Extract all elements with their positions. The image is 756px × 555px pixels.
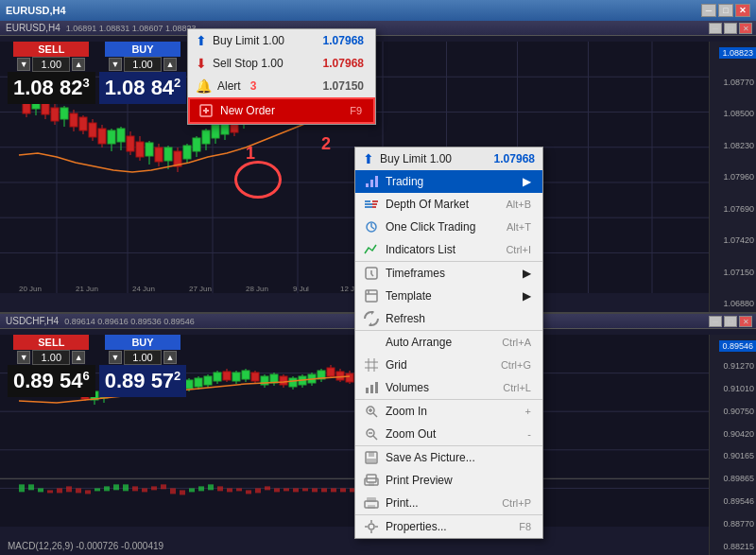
svg-rect-184	[142, 488, 147, 492]
print-icon	[363, 495, 380, 511]
annotation-circle	[234, 161, 282, 199]
up-arrow-icon: ⬆	[363, 151, 374, 166]
menu-save-as-picture[interactable]: Save As Picture...	[355, 445, 542, 469]
buy-button-top[interactable]: BUY	[105, 42, 180, 57]
bot-price-6: 0.90165	[712, 451, 754, 460]
bottom-price-scale: 0.91530 0.91270 0.91010 0.90750 0.90420 …	[709, 335, 756, 555]
svg-rect-181	[113, 484, 119, 490]
lot-up-buy-bot[interactable]: ▲	[163, 351, 177, 364]
bot-price-7: 0.89865	[712, 474, 754, 483]
lot-up-buy[interactable]: ▲	[163, 58, 177, 71]
volumes-icon	[363, 380, 380, 395]
properties-shortcut: F8	[500, 521, 531, 532]
depth-shortcut: Alt+B	[487, 199, 531, 210]
menu-one-click-trading[interactable]: One Click Trading Alt+T	[355, 216, 542, 238]
menu-grid[interactable]: Grid Ctrl+G	[355, 354, 542, 376]
print-preview-label: Print Preview	[386, 474, 453, 487]
minimize-button[interactable]: ─	[701, 4, 716, 17]
lot-input-buy-bot[interactable]	[124, 350, 162, 365]
bottom-panel-chrome: ─ □ ✕	[705, 314, 756, 329]
submenu-alert-label: Alert	[217, 79, 241, 93]
maximize-button[interactable]: □	[718, 4, 733, 17]
menu-auto-arrange[interactable]: Auto Arrange Ctrl+A	[355, 330, 542, 354]
bot-price-8: 0.89546	[712, 496, 754, 506]
svg-rect-176	[66, 486, 72, 492]
top-maximize-btn[interactable]: □	[724, 23, 737, 34]
svg-rect-41	[136, 142, 144, 157]
submenu-sell-stop[interactable]: ⬇ Sell Stop 1.00 1.07968	[188, 52, 375, 75]
svg-rect-247	[368, 505, 375, 509]
lot-input-buy[interactable]	[124, 57, 162, 72]
bot-price-3: 0.91010	[712, 384, 754, 393]
alert-number: 3	[250, 79, 257, 93]
sell-button-top[interactable]: SELL	[13, 42, 89, 57]
context-menu: ⬆ Buy Limit 1.00 1.07968 Trading ▶ Depth…	[354, 147, 543, 539]
svg-rect-210	[365, 200, 370, 202]
top-close-btn[interactable]: ✕	[739, 23, 752, 34]
bottom-maximize-btn[interactable]: □	[724, 316, 737, 327]
buy-block-top: BUY ▼ ▲ 1.08 842	[99, 42, 187, 104]
lot-input-sell-bot[interactable]	[32, 350, 70, 365]
menu-refresh[interactable]: Refresh	[355, 307, 542, 330]
svg-rect-188	[180, 490, 185, 494]
lot-row-buy: ▼ ▲	[109, 57, 177, 72]
menu-indicators-list[interactable]: Indicators List Ctrl+I	[355, 238, 542, 261]
menu-zoom-out[interactable]: Zoom Out -	[355, 423, 542, 445]
bot-price-2: 0.91270	[712, 361, 754, 371]
top-minimize-btn[interactable]: ─	[709, 23, 722, 34]
alert-icon: 🔔	[196, 78, 212, 94]
new-order-icon	[198, 103, 215, 118]
bottom-minimize-btn[interactable]: ─	[709, 316, 722, 327]
lot-up-sell-bot[interactable]: ▲	[72, 351, 85, 364]
lot-down-sell-bot[interactable]: ▼	[17, 351, 30, 364]
svg-rect-240	[369, 452, 374, 457]
new-order-shortcut: F9	[331, 105, 362, 116]
bottom-close-btn[interactable]: ✕	[739, 316, 752, 327]
buy-big-bot: 57	[151, 369, 174, 392]
menu-template[interactable]: Template ▶	[355, 285, 542, 307]
close-button[interactable]: ✕	[735, 4, 750, 17]
menu-properties[interactable]: Properties... F8	[355, 514, 542, 538]
lot-up-sell[interactable]: ▲	[72, 58, 85, 71]
svg-rect-165	[327, 368, 335, 376]
lot-input-sell[interactable]	[32, 57, 70, 72]
price-level-7: 1.07420	[712, 235, 754, 245]
svg-rect-45	[155, 147, 163, 162]
svg-rect-244	[369, 482, 374, 486]
svg-rect-213	[372, 203, 377, 205]
submenu-alert[interactable]: 🔔 Alert 3 1.07150	[188, 75, 375, 97]
svg-rect-178	[85, 490, 91, 494]
lot-down-sell[interactable]: ▼	[17, 58, 30, 71]
sell-button-bottom[interactable]: SELL	[13, 335, 89, 350]
svg-rect-197	[265, 486, 270, 490]
menu-depth-of-market[interactable]: Depth Of Market Alt+B	[355, 193, 542, 216]
zoom-in-icon	[363, 404, 380, 419]
menu-print[interactable]: Print... Ctrl+P	[355, 492, 542, 514]
svg-line-237	[373, 436, 377, 440]
menu-print-preview[interactable]: Print Preview	[355, 469, 542, 492]
svg-rect-177	[76, 488, 81, 493]
menu-volumes[interactable]: Volumes Ctrl+L	[355, 376, 542, 399]
svg-rect-21	[42, 103, 49, 114]
submenu-buy-limit[interactable]: ⬆ Buy Limit 1.00 1.07968	[188, 29, 375, 52]
svg-rect-25	[60, 108, 68, 119]
lot-row-sell-bot: ▼ ▲	[17, 350, 85, 365]
menu-zoom-in[interactable]: Zoom In +	[355, 399, 542, 423]
svg-rect-139	[204, 376, 212, 385]
timeframes-arrow: ▶	[523, 267, 531, 280]
menu-trading[interactable]: Trading ▶	[355, 170, 542, 193]
svg-line-218	[371, 227, 374, 229]
menu-buy-limit-header[interactable]: ⬆ Buy Limit 1.00 1.07968	[355, 147, 542, 170]
menu-timeframes[interactable]: Timeframes ▶	[355, 261, 542, 285]
svg-rect-207	[366, 183, 369, 187]
svg-rect-174	[47, 490, 53, 493]
svg-rect-229	[366, 388, 369, 393]
svg-rect-51	[183, 146, 191, 159]
lot-down-buy-bot[interactable]: ▼	[109, 351, 122, 364]
price-level-9: 1.06880	[712, 299, 754, 308]
svg-rect-33	[98, 129, 106, 144]
lot-down-buy[interactable]: ▼	[109, 58, 122, 71]
submenu-up-arrow: ⬆	[196, 33, 207, 48]
buy-button-bottom[interactable]: BUY	[105, 335, 180, 350]
submenu-new-order[interactable]: New Order F9	[188, 97, 375, 124]
